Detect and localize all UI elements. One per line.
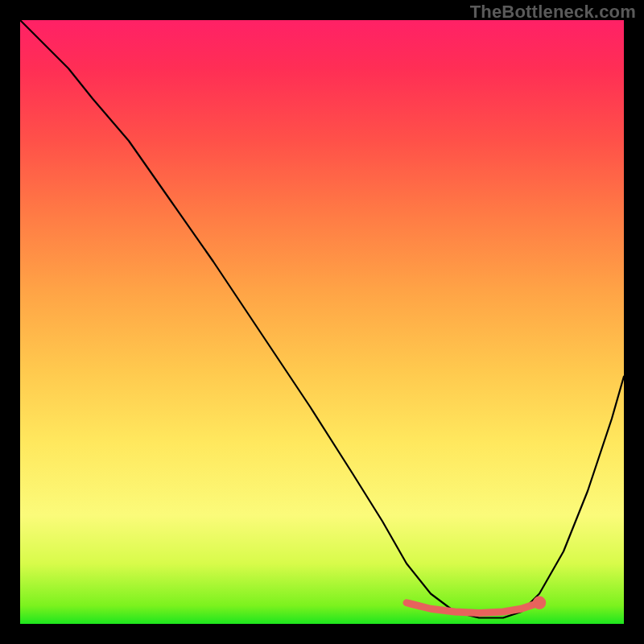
chart-frame: TheBottleneck.com: [0, 0, 644, 644]
bottleneck-curve: [20, 20, 624, 618]
highlight-end-dot: [533, 597, 547, 610]
watermark-label: TheBottleneck.com: [470, 2, 636, 23]
curve-layer: [20, 20, 624, 624]
optimal-range-highlight: [407, 603, 539, 613]
